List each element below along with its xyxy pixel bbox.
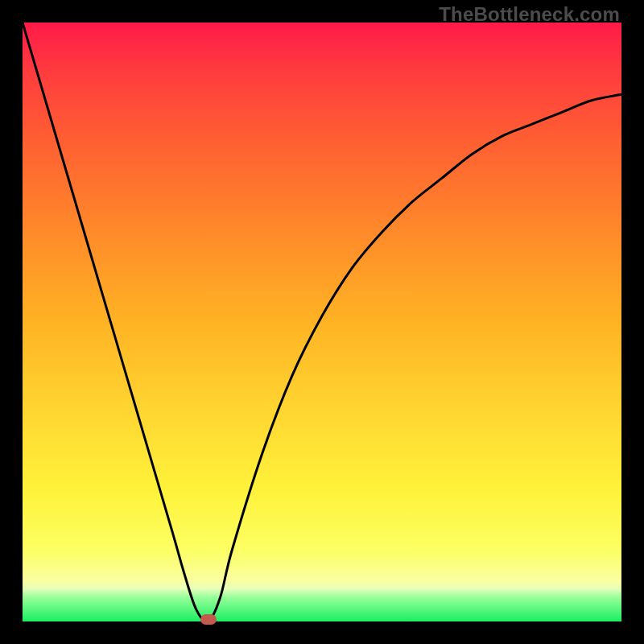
minimum-marker bbox=[200, 614, 217, 625]
chart-frame: TheBottleneck.com bbox=[0, 0, 644, 644]
watermark-text: TheBottleneck.com bbox=[439, 3, 620, 26]
bottleneck-curve bbox=[23, 23, 621, 621]
curve-path bbox=[23, 23, 621, 621]
